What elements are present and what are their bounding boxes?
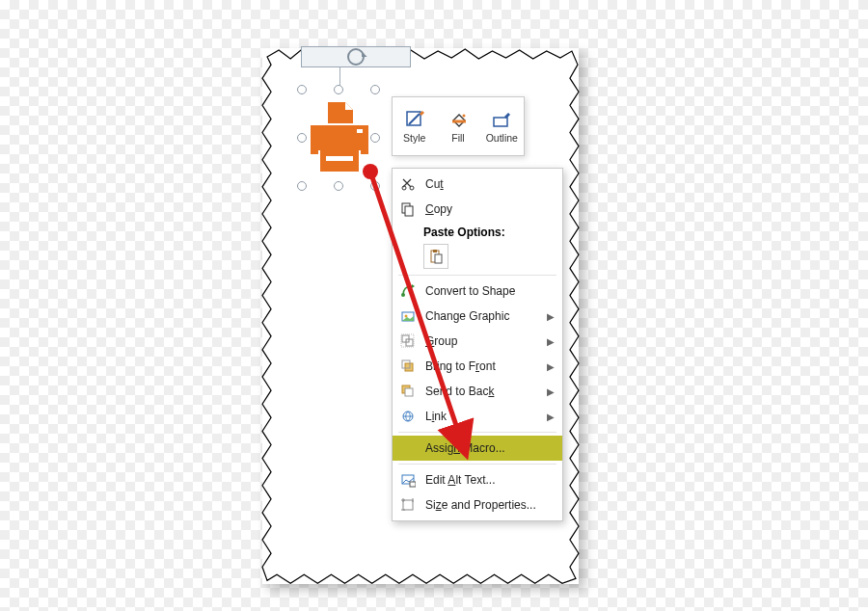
svg-rect-23 <box>405 388 413 396</box>
svg-point-5 <box>462 115 465 118</box>
resize-handle-nw[interactable] <box>297 85 307 94</box>
svg-point-8 <box>410 186 414 190</box>
send-to-back-label: Send to Back <box>425 385 535 398</box>
svg-rect-10 <box>405 206 413 216</box>
clipboard-icon <box>428 249 444 264</box>
fill-button[interactable]: Fill <box>436 97 479 155</box>
mini-toolbar: Style Fill <box>392 96 525 156</box>
menu-item-send-to-back[interactable]: Send to Back ▶ <box>393 379 562 404</box>
outline-button[interactable]: Outline <box>480 97 524 155</box>
resize-handle-s[interactable] <box>334 181 343 191</box>
convert-to-shape-icon <box>398 282 418 300</box>
change-graphic-label: Change Graphic <box>425 309 535 323</box>
style-button[interactable]: Style <box>393 97 436 155</box>
style-icon <box>404 109 425 130</box>
svg-point-14 <box>401 293 405 297</box>
resize-handle-n[interactable] <box>334 85 343 94</box>
context-menu: Cut Copy Paste Options: <box>392 168 563 521</box>
link-icon <box>398 408 418 425</box>
copy-label: Copy <box>425 202 555 216</box>
size-and-properties-label: Size and Properties... <box>425 498 555 512</box>
outline-label: Outline <box>486 132 518 144</box>
svg-rect-26 <box>410 482 416 487</box>
cut-icon <box>398 175 418 193</box>
bring-to-front-icon <box>398 358 418 375</box>
cut-label: Cut <box>425 177 555 191</box>
convert-to-shape-label: Convert to Shape <box>425 284 555 298</box>
chevron-right-icon: ▶ <box>543 311 555 322</box>
resize-handle-sw[interactable] <box>297 181 307 191</box>
svg-rect-27 <box>403 500 413 510</box>
svg-rect-3 <box>326 156 353 161</box>
menu-item-bring-to-front[interactable]: Bring to Front ▶ <box>393 354 562 379</box>
assign-macro-icon <box>398 439 418 457</box>
send-to-back-icon <box>398 383 418 400</box>
assign-macro-label: Assign Macro... <box>425 441 555 455</box>
bring-to-front-label: Bring to Front <box>425 359 535 373</box>
separator <box>398 464 556 465</box>
svg-rect-13 <box>435 254 442 263</box>
outline-icon <box>491 109 512 130</box>
resize-handle-ne[interactable] <box>370 85 380 94</box>
resize-handle-w[interactable] <box>297 133 307 143</box>
chevron-right-icon: ▶ <box>543 412 555 422</box>
alt-text-icon <box>398 471 418 489</box>
size-properties-icon <box>398 496 418 514</box>
menu-item-size-and-properties[interactable]: Size and Properties... <box>393 492 562 518</box>
menu-item-convert-to-shape[interactable]: Convert to Shape <box>393 279 562 304</box>
selected-object[interactable] <box>301 89 378 185</box>
paste-options-row <box>393 241 562 272</box>
link-label: Link <box>425 410 535 423</box>
menu-item-group[interactable]: Group ▶ <box>393 329 562 354</box>
resize-handle-se[interactable] <box>370 181 380 191</box>
separator <box>398 432 556 433</box>
menu-item-edit-alt-text[interactable]: Edit Alt Text... <box>393 467 562 492</box>
fill-icon <box>448 109 469 130</box>
printer-icon <box>307 100 372 175</box>
screenshot-stage: Style Fill <box>262 48 579 584</box>
menu-item-assign-macro[interactable]: Assign Macro... <box>393 436 562 461</box>
svg-rect-20 <box>405 363 413 371</box>
chevron-right-icon: ▶ <box>543 336 555 347</box>
copy-icon <box>398 200 418 218</box>
menu-item-link[interactable]: Link ▶ <box>393 404 562 429</box>
fill-label: Fill <box>451 132 464 144</box>
menu-item-copy[interactable]: Copy <box>393 197 562 222</box>
rotate-icon <box>347 48 365 66</box>
chevron-right-icon: ▶ <box>543 361 555 372</box>
paste-options-header: Paste Options: <box>393 222 562 241</box>
menu-item-cut[interactable]: Cut <box>393 172 562 197</box>
menu-item-change-graphic[interactable]: Change Graphic ▶ <box>393 304 562 329</box>
svg-rect-1 <box>357 129 363 133</box>
group-icon <box>398 332 418 350</box>
group-label: Group <box>425 334 535 348</box>
svg-rect-12 <box>433 250 437 252</box>
change-graphic-icon <box>398 307 418 325</box>
svg-rect-19 <box>401 334 414 347</box>
rotation-handle-tab[interactable] <box>301 46 411 67</box>
chevron-right-icon: ▶ <box>543 386 555 397</box>
style-label: Style <box>403 132 425 144</box>
separator <box>398 275 556 276</box>
edit-alt-text-label: Edit Alt Text... <box>425 473 555 487</box>
svg-rect-6 <box>494 118 507 126</box>
paste-option-button[interactable] <box>423 244 448 269</box>
document-canvas: Style Fill <box>262 48 579 584</box>
